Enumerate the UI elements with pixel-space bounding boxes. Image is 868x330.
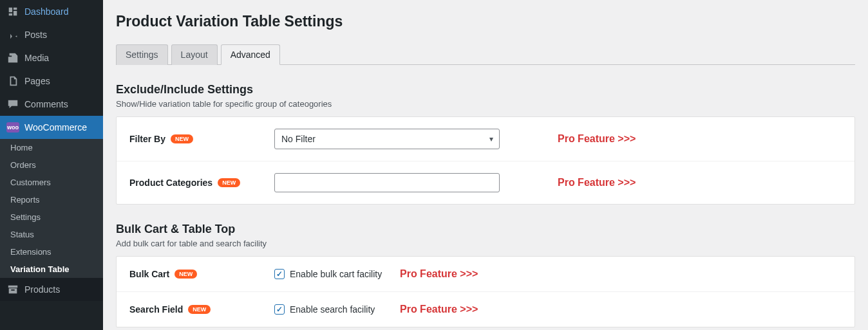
checkbox-label: Enable bulk cart facility	[290, 269, 382, 279]
submenu-item-variation-table[interactable]: Variation Table	[0, 261, 103, 278]
tabs-bar: Settings Layout Advanced	[116, 43, 855, 65]
new-badge: NEW	[175, 270, 197, 279]
pro-feature-link[interactable]: Pro Feature >>>	[558, 177, 636, 188]
section-title-exclude-include: Exclude/Include Settings	[116, 83, 855, 96]
woo-submenu: Home Orders Customers Reports Settings S…	[0, 139, 103, 278]
pro-feature-link[interactable]: Pro Feature >>>	[400, 304, 478, 315]
sidebar-item-label: Dashboard	[24, 6, 69, 17]
submenu-item-home[interactable]: Home	[0, 139, 103, 156]
new-badge: NEW	[218, 178, 240, 187]
sidebar-item-dashboard[interactable]: Dashboard	[0, 0, 103, 23]
dashboard-icon	[6, 5, 19, 18]
sidebar-item-label: Pages	[24, 76, 50, 86]
archive-icon	[6, 283, 19, 296]
sidebar-item-products[interactable]: Products	[0, 278, 103, 301]
row-filter-by: Filter By NEW No Filter ▾ Pro Feature >>…	[117, 117, 854, 161]
section-desc-bulk-cart: Add bulk cart for table and search facil…	[116, 239, 855, 248]
woo-icon: woo	[6, 121, 19, 134]
sidebar-item-label: WooCommerce	[24, 122, 87, 133]
sidebar-item-label: Posts	[24, 30, 47, 40]
panel-exclude-include: Filter By NEW No Filter ▾ Pro Feature >>…	[116, 116, 855, 205]
checkbox-label: Enable search facility	[290, 304, 375, 315]
search-field-checkbox[interactable]: ✓ Enable search facility	[274, 304, 387, 315]
row-product-categories: Product Categories NEW Pro Feature >>>	[117, 161, 854, 204]
label-bulk-cart: Bulk Cart NEW	[129, 269, 274, 279]
section-title-bulk-cart: Bulk Cart & Table Top	[116, 223, 855, 236]
sidebar-item-media[interactable]: Media	[0, 46, 103, 69]
submenu-item-reports[interactable]: Reports	[0, 191, 103, 208]
tab-settings[interactable]: Settings	[116, 44, 168, 65]
admin-sidebar: Dashboard Posts Media Pages Comments woo…	[0, 0, 103, 330]
sidebar-item-label: Media	[24, 53, 49, 63]
comment-icon	[6, 98, 19, 111]
label-search-field: Search Field NEW	[129, 304, 274, 315]
sidebar-item-label: Comments	[24, 99, 68, 109]
pages-icon	[6, 75, 19, 87]
main-content: Product Variation Table Settings Setting…	[103, 0, 868, 330]
checkbox-checked-icon: ✓	[274, 269, 285, 279]
row-search-field: Search Field NEW ✓ Enable search facilit…	[117, 292, 854, 327]
panel-bulk-cart: Bulk Cart NEW ✓ Enable bulk cart facilit…	[116, 256, 855, 327]
media-icon	[6, 51, 19, 64]
pin-icon	[6, 28, 19, 41]
sidebar-item-pages[interactable]: Pages	[0, 69, 103, 93]
label-filter-by: Filter By NEW	[129, 134, 274, 144]
new-badge: NEW	[188, 305, 211, 314]
page-title: Product Variation Table Settings	[116, 13, 855, 30]
filter-by-select[interactable]: No Filter	[274, 129, 500, 149]
new-badge: NEW	[171, 134, 193, 143]
submenu-item-extensions[interactable]: Extensions	[0, 243, 103, 261]
sidebar-item-label: Products	[24, 284, 60, 295]
submenu-item-customers[interactable]: Customers	[0, 174, 103, 191]
sidebar-item-woocommerce[interactable]: woo WooCommerce	[0, 116, 103, 139]
tab-layout[interactable]: Layout	[171, 44, 218, 65]
checkbox-checked-icon: ✓	[274, 304, 285, 315]
submenu-item-status[interactable]: Status	[0, 226, 103, 243]
bulk-cart-checkbox[interactable]: ✓ Enable bulk cart facility	[274, 269, 387, 279]
pro-feature-link[interactable]: Pro Feature >>>	[400, 268, 478, 279]
label-product-categories: Product Categories NEW	[129, 178, 274, 188]
product-categories-input[interactable]	[274, 173, 500, 192]
sidebar-item-posts[interactable]: Posts	[0, 23, 103, 46]
tab-advanced[interactable]: Advanced	[221, 44, 280, 65]
submenu-item-settings[interactable]: Settings	[0, 208, 103, 226]
submenu-item-orders[interactable]: Orders	[0, 156, 103, 174]
section-desc-exclude-include: Show/Hide variation table for specific g…	[116, 99, 855, 109]
pro-feature-link[interactable]: Pro Feature >>>	[558, 133, 636, 144]
sidebar-item-comments[interactable]: Comments	[0, 93, 103, 116]
row-bulk-cart: Bulk Cart NEW ✓ Enable bulk cart facilit…	[117, 257, 854, 292]
